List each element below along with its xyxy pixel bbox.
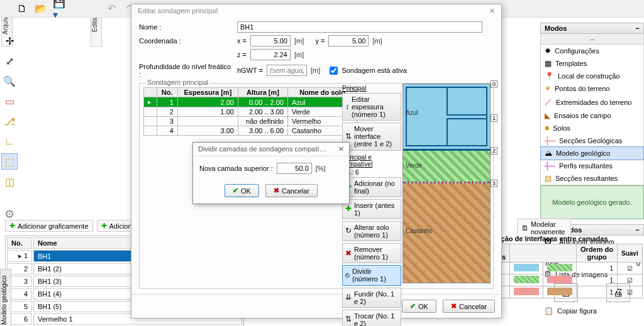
mode-label: Configurações [555, 47, 599, 55]
minidlg-cancel-button[interactable]: ✖Cancelar [265, 184, 318, 197]
mode-config[interactable]: ✸Configurações [541, 45, 643, 57]
open-file-icon[interactable]: 📂 [34, 2, 48, 16]
mode-result-sections[interactable]: ▤Secções resultantes [541, 172, 643, 185]
axis2d-tool-icon[interactable]: ∟ [1, 133, 18, 149]
minimize-icon[interactable]: − [636, 24, 640, 32]
mode-site[interactable]: 📍Local de construção [541, 70, 643, 82]
add-layer-button[interactable]: ✚Adicionar (no final) [342, 177, 401, 197]
layer-table[interactable]: No. Espessura [m] Altura [m] Nome do sol… [143, 87, 357, 136]
btn-label: Cancelar [282, 187, 309, 195]
fieldset-legend: Sondagem principal [145, 79, 211, 86]
col-esp: Espessura [m] [177, 88, 238, 97]
mode-label: Local de construção [558, 72, 619, 80]
depth-label: 1 [491, 114, 497, 122]
add-graphically-button[interactable]: ✚Adicionar graficamente [5, 220, 93, 232]
edit-icon: ↕ [345, 103, 349, 111]
y-label: y = [315, 37, 325, 45]
rect-tool-icon[interactable]: ▭ [1, 93, 18, 109]
insert-layer-button[interactable]: ✚Inserir (antes 1) [342, 199, 401, 219]
merge-layer-button[interactable]: ⇊Fundir (No. 1 e 2) [342, 288, 401, 308]
depth-label: 0 [491, 80, 497, 88]
mode-label: Extremidades do terreno [556, 99, 631, 106]
col-no: No. [7, 237, 32, 249]
gear-icon: ✸ [545, 46, 551, 55]
mode-result-profiles[interactable]: ┼─Perfis resultantes [541, 160, 643, 172]
y-input[interactable] [328, 35, 369, 46]
dialog-cancel-button[interactable]: ✖Cancelar [443, 300, 495, 313]
x-input[interactable] [250, 35, 291, 46]
split-layer-dialog: Dividir camadas de sondagens compatí… ✕ … [192, 142, 350, 204]
gwt-unit: [m] [311, 67, 320, 74]
new-file-icon[interactable]: 🗋 [15, 2, 29, 16]
active-checkbox[interactable] [330, 67, 338, 75]
soil-label: Castanho [406, 227, 433, 234]
mode-label: Secções Geológicas [559, 137, 622, 144]
new-top-label: Nova camada superior : [199, 165, 273, 172]
modes-header: Modos − [540, 23, 644, 34]
split-layer-button[interactable]: ⎋Dividir (número 1) [342, 265, 401, 285]
minidlg-ok-button[interactable]: ✔OK [225, 184, 259, 197]
mode-label: Perfis resultantes [559, 162, 613, 170]
merge-icon: ⇊ [345, 293, 352, 302]
line-icon: ／ [545, 97, 552, 107]
cube-solid-tool-icon[interactable]: ⬚ [1, 153, 18, 170]
insert-icon: ✚ [345, 205, 352, 213]
swap-layer-button[interactable]: ⇅Trocar (No. 1 e 2) [342, 310, 401, 326]
side-count: No.: 6 [342, 169, 401, 177]
coord-label: Coordenada : [139, 37, 233, 45]
name-input[interactable] [237, 21, 482, 33]
soil-label: Azul [406, 109, 418, 116]
dialog-ok-button[interactable]: ✔OK [402, 300, 436, 313]
gwt-input[interactable] [267, 65, 307, 76]
layer-row[interactable]: ▸12.000.00 .. 2.00Azul [144, 97, 357, 107]
mode-geomodel[interactable]: ⛰Modelo geológico [540, 146, 644, 160]
edit-thickness-button[interactable]: ↕Editar espessura (número 1) [342, 93, 401, 121]
z-input[interactable] [250, 49, 291, 60]
soil-icon: ■ [545, 124, 549, 133]
close-icon[interactable]: ✕ [489, 7, 495, 15]
tab-modelo-geologico[interactable]: Modelo geológico [0, 269, 11, 326]
depth-label: 3 [491, 180, 497, 187]
save-file-icon[interactable]: 💾▾ [53, 2, 67, 16]
layer-row[interactable]: 3não definidoVermelho [144, 117, 357, 126]
side-h1: Principal [342, 84, 401, 93]
mode-geosections[interactable]: ┼─Secções Geológicas [541, 134, 643, 147]
mode-label: Solos [553, 124, 570, 132]
move-tool-icon[interactable]: ✢ [1, 33, 18, 49]
pin-icon: 📍 [545, 72, 554, 80]
mode-templates[interactable]: ▦Templates [541, 57, 643, 70]
mode-soils[interactable]: ■Solos [541, 122, 643, 134]
z-label: z = [237, 51, 247, 58]
x-unit: [m] [294, 37, 304, 45]
col-alt: Altura [m] [238, 88, 287, 97]
section-icon: ┼─ [545, 136, 555, 145]
soil-column-graphic: 0 Azul 1 2 Verde 3 Castanho [402, 84, 491, 283]
model-icon: ⛰ [545, 149, 552, 158]
mode-terrain-edges[interactable]: ／Extremidades do terreno [541, 95, 643, 109]
remove-icon: ✖ [345, 249, 352, 258]
x-label: x = [237, 37, 247, 45]
soil-label: Verde [406, 162, 422, 169]
col-smooth: Suavi [618, 244, 643, 263]
minidlg-title: Dividir camadas de sondagens compatí… [198, 145, 326, 153]
alter-soil-button[interactable]: ↻Alterar solo (número 1) [342, 221, 401, 241]
mode-field-tests[interactable]: ◣Ensaios de campo [541, 109, 643, 122]
remove-layer-button[interactable]: ✖Remover (número 1) [342, 243, 401, 263]
mode-terrain-points[interactable]: ✶Pontos do terreno [541, 82, 643, 95]
move-icon: ⇅ [345, 133, 352, 141]
layer-row[interactable]: 21.002.00 .. 3.00Verde [144, 107, 357, 117]
axis3d-tool-icon[interactable]: ⎇ [1, 113, 18, 129]
cube-wire-tool-icon[interactable]: ◫ [1, 173, 18, 190]
close-icon[interactable]: ✕ [338, 145, 344, 153]
alter-icon: ↻ [345, 227, 352, 235]
move-interface-button[interactable]: ⇅Mover interface (entre 1 e 2) [342, 122, 401, 150]
y-unit: [m] [372, 37, 382, 45]
undo-icon[interactable]: ↶ [104, 2, 118, 16]
template-icon: ▦ [545, 59, 552, 68]
modes-collapse-icon[interactable]: ︿ [540, 34, 644, 45]
rotate-tool-icon[interactable]: ⤢ [1, 53, 18, 69]
layer-row[interactable]: 43.003.00 .. 6.00Castanho [144, 126, 357, 136]
minimize-icon[interactable]: − [636, 226, 640, 234]
new-top-input[interactable] [277, 163, 312, 174]
zoom-tool-icon[interactable]: 🔍 [1, 73, 18, 89]
